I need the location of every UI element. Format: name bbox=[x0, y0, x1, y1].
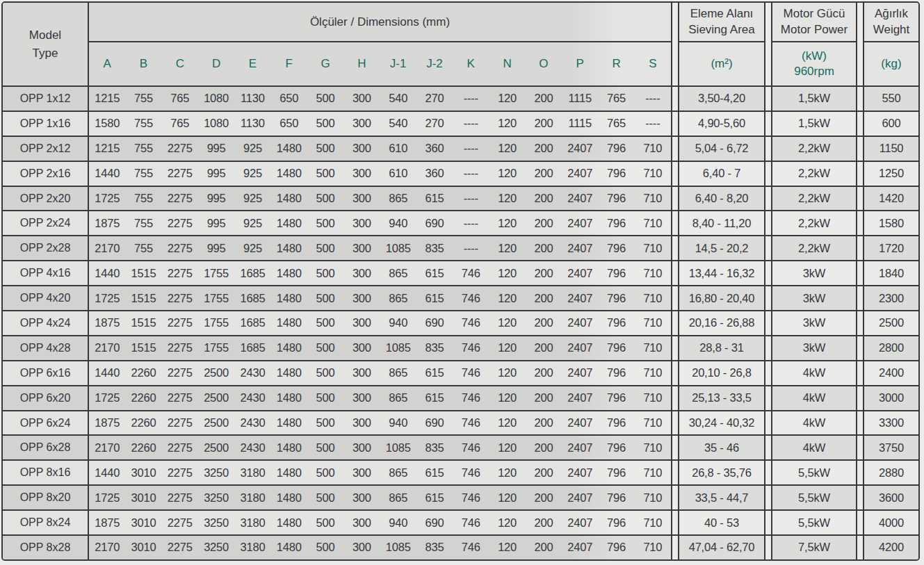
header-weight-tr: Ağırlık bbox=[875, 6, 908, 22]
dim-a-cell: 1440 bbox=[89, 162, 125, 186]
dim-a-cell: 1440 bbox=[89, 261, 125, 285]
dim-k-cell: 746 bbox=[453, 486, 489, 509]
dim-c-cell: 2275 bbox=[162, 311, 198, 335]
sieving-area-cell: 3,50-4,20 bbox=[679, 87, 764, 110]
weight-cell: 2500 bbox=[864, 311, 918, 335]
dim-letter-s: S bbox=[635, 42, 671, 85]
dim-j-1-cell: 1085 bbox=[380, 436, 416, 459]
dim-p-cell: 2407 bbox=[562, 211, 598, 235]
dim-s-cell: ---- bbox=[635, 112, 671, 136]
dim-k-cell: 746 bbox=[453, 311, 489, 335]
dim-h-cell: 300 bbox=[343, 211, 380, 235]
column-gap bbox=[671, 87, 679, 110]
dim-n-cell: 120 bbox=[489, 536, 525, 559]
column-gap bbox=[856, 236, 864, 260]
dim-e-cell: 2430 bbox=[234, 386, 270, 410]
dim-f-cell: 1480 bbox=[271, 137, 307, 161]
dim-c-cell: 2275 bbox=[162, 461, 198, 484]
column-gap bbox=[856, 336, 864, 360]
dim-a-cell: 2170 bbox=[89, 536, 125, 559]
dim-g-cell: 500 bbox=[307, 336, 343, 360]
dim-j-2-cell: 690 bbox=[416, 311, 453, 335]
header-model-line1: Model bbox=[29, 26, 61, 44]
motor-power-cell: 4kW bbox=[772, 436, 856, 459]
weight-cell: 2400 bbox=[864, 361, 918, 385]
dim-a-cell: 1215 bbox=[89, 137, 125, 161]
dim-j-2-cell: 615 bbox=[416, 361, 453, 385]
dim-c-cell: 765 bbox=[162, 112, 198, 136]
dim-j-1-cell: 1085 bbox=[380, 336, 416, 360]
column-gap bbox=[856, 461, 864, 484]
dim-g-cell: 500 bbox=[307, 411, 343, 435]
dim-g-cell: 500 bbox=[307, 511, 343, 534]
dim-p-cell: 1115 bbox=[562, 87, 598, 110]
dim-r-cell: 765 bbox=[598, 87, 634, 110]
dim-o-cell: 200 bbox=[526, 162, 562, 186]
dim-n-cell: 120 bbox=[489, 511, 525, 534]
table-row: OPP 6x2821702260227525002430148050030010… bbox=[3, 436, 918, 461]
column-gap bbox=[856, 536, 864, 559]
column-gap bbox=[764, 486, 772, 509]
dim-n-cell: 120 bbox=[489, 261, 525, 285]
dim-c-cell: 2275 bbox=[162, 286, 198, 310]
dim-n-cell: 120 bbox=[489, 286, 525, 310]
dim-b-cell: 1515 bbox=[125, 261, 161, 285]
dim-d-cell: 3250 bbox=[198, 486, 234, 509]
column-gap bbox=[671, 486, 679, 509]
dim-r-cell: 796 bbox=[598, 411, 634, 435]
table-header: Model Type Ölçüler / Dimensions (mm) Ele… bbox=[3, 3, 918, 87]
dim-c-cell: 765 bbox=[162, 87, 198, 110]
column-gap bbox=[764, 461, 772, 484]
dim-h-cell: 300 bbox=[343, 236, 380, 260]
column-gap bbox=[856, 436, 864, 459]
model-cell: OPP 4x16 bbox=[3, 261, 89, 285]
dim-b-cell: 3010 bbox=[125, 536, 161, 559]
column-gap bbox=[671, 361, 679, 385]
dim-h-cell: 300 bbox=[343, 486, 380, 509]
table-row: OPP 6x1614402260227525002430148050030086… bbox=[3, 361, 918, 386]
dim-k-cell: 746 bbox=[453, 386, 489, 410]
dim-r-cell: 796 bbox=[598, 486, 634, 509]
dim-h-cell: 300 bbox=[343, 436, 380, 459]
dim-e-cell: 925 bbox=[234, 187, 270, 211]
dim-letter-j-1: J-1 bbox=[380, 42, 416, 85]
column-gap bbox=[764, 236, 772, 260]
model-cell: OPP 8x24 bbox=[3, 511, 89, 534]
dim-k-cell: ---- bbox=[453, 137, 489, 161]
dim-f-cell: 1480 bbox=[271, 361, 307, 385]
motor-power-cell: 3kW bbox=[772, 311, 856, 335]
weight-cell: 600 bbox=[864, 112, 918, 136]
dim-b-cell: 755 bbox=[125, 87, 161, 110]
sieving-area-cell: 16,80 - 20,40 bbox=[679, 286, 764, 310]
dim-b-cell: 755 bbox=[125, 112, 161, 136]
dim-f-cell: 1480 bbox=[271, 336, 307, 360]
dim-b-cell: 2260 bbox=[125, 411, 161, 435]
dim-g-cell: 500 bbox=[307, 187, 343, 211]
dim-e-cell: 2430 bbox=[234, 436, 270, 459]
dim-a-cell: 1725 bbox=[89, 486, 125, 509]
dim-o-cell: 200 bbox=[526, 536, 562, 559]
column-gap bbox=[764, 3, 772, 85]
header-sieving-area: Eleme Alanı Sieving Area bbox=[679, 3, 764, 42]
dim-e-cell: 1685 bbox=[234, 311, 270, 335]
weight-cell: 1840 bbox=[864, 261, 918, 285]
dim-o-cell: 200 bbox=[526, 211, 562, 235]
dim-a-cell: 1215 bbox=[89, 87, 125, 110]
header-weight-en: Weight bbox=[873, 22, 910, 38]
dim-f-cell: 1480 bbox=[271, 211, 307, 235]
motor-power-cell: 2,2kW bbox=[772, 137, 856, 161]
dim-j-2-cell: 270 bbox=[416, 112, 453, 136]
dim-j-1-cell: 940 bbox=[380, 511, 416, 534]
dim-j-1-cell: 865 bbox=[380, 261, 416, 285]
dim-h-cell: 300 bbox=[343, 187, 380, 211]
dim-j-1-cell: 940 bbox=[380, 311, 416, 335]
dim-h-cell: 300 bbox=[343, 336, 380, 360]
dim-b-cell: 755 bbox=[125, 162, 161, 186]
dim-s-cell: 710 bbox=[635, 536, 671, 559]
dim-p-cell: 2407 bbox=[562, 187, 598, 211]
dim-j-2-cell: 615 bbox=[416, 261, 453, 285]
dim-n-cell: 120 bbox=[489, 236, 525, 260]
sieving-area-cell: 6,40 - 7 bbox=[679, 162, 764, 186]
dim-g-cell: 500 bbox=[307, 162, 343, 186]
dim-a-cell: 1875 bbox=[89, 511, 125, 534]
